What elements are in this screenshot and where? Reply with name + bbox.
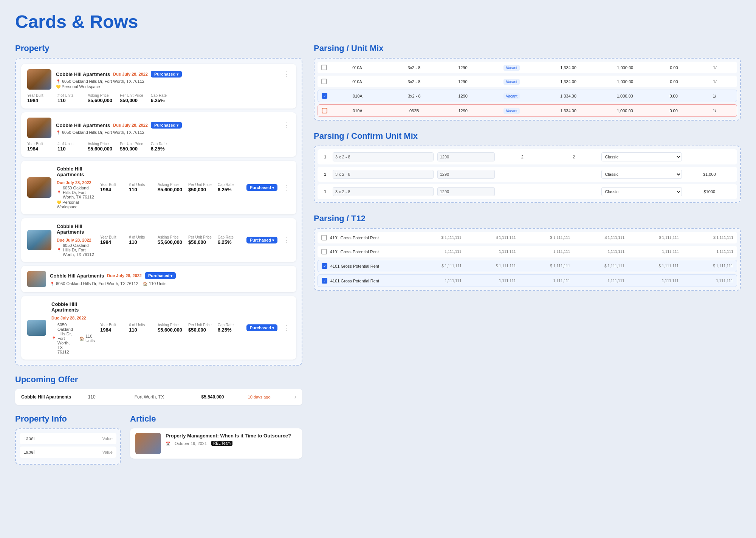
pin-icon-3 [57, 190, 61, 195]
conf-sqft-input-2[interactable] [437, 170, 495, 179]
address-1: 6050 Oakland Hills Dr, Fort Worth, TX 76… [62, 79, 144, 84]
purchased-button-6[interactable]: Purchased [246, 324, 277, 331]
offer-arrow-icon[interactable]: › [294, 394, 296, 400]
t12-val5-1: $ 1,111,111 [627, 236, 679, 240]
stat-units-4: # of Units 110 [129, 235, 152, 245]
t12-checkbox-1[interactable] [321, 235, 327, 240]
parsing-confirm-table: 1 2 2 Classic 1 C [314, 146, 741, 203]
conf-plan-select-3[interactable]: Classic [601, 187, 682, 196]
stat-cap-2: Cap Rate 6.25% [151, 142, 174, 152]
address-4: 6050 Oakland Hills Dr, Fort Worth, TX 76… [63, 243, 95, 257]
purchased-button-4[interactable]: Purchased [246, 237, 277, 243]
info-label-1: Label [23, 436, 34, 441]
stat-asking-4: Asking Price $5,600,000 [158, 235, 182, 245]
conf-type-input-1[interactable] [333, 152, 434, 161]
stat-year-2: Year Built 1984 [27, 142, 50, 152]
parse-row-2: 010A 3x2 - 8 1290 Vacant 1,334.00 1,000.… [318, 76, 737, 87]
t12-val1-3: $ 1,111,111 [410, 264, 462, 268]
t12-row-3: ✓ 4101 Gross Potential Rent $ 1,111,111 … [318, 260, 737, 272]
units-count-6: 110 Units [85, 334, 95, 343]
conf-type-input-2[interactable] [333, 170, 434, 179]
purchased-button-3[interactable]: Purchased [246, 184, 277, 191]
conf-num-1: 1 [321, 155, 329, 159]
article-section: Article Property Management: When Is it … [130, 414, 302, 465]
parse-val4-1: 1/ [696, 65, 733, 70]
conf-price-3: $1000 [686, 189, 733, 194]
pin-icon-1 [56, 79, 60, 84]
parse-val4-3: 1/ [696, 94, 733, 98]
stat-perunit-1: Per Unit Price $50,000 [120, 93, 143, 103]
parse-val1-2: 1,334.00 [542, 79, 595, 84]
more-options-4[interactable]: ⋮ [284, 236, 290, 244]
conf-plan-select-1[interactable]: Classic [601, 152, 682, 161]
prop-name-4: Cobble Hill Apartments [57, 223, 95, 235]
workspace-icon-1 [56, 84, 60, 89]
parse-val2-2: 1,000.00 [599, 79, 652, 84]
t12-checkbox-4[interactable]: ✓ [322, 278, 327, 284]
parse-unit-4: 010A [331, 109, 384, 113]
parsing-unit-mix-section: Parsing / Unit Mix 010A 3x2 - 8 1290 Vac… [314, 43, 741, 121]
t12-checkbox-2[interactable] [321, 249, 327, 254]
workspace-icon-3 [57, 200, 61, 205]
conf-plan-select-2[interactable]: Classic [601, 170, 682, 179]
t12-row-4: ✓ 4101 Gross Potential Rent 1,111,111 1,… [318, 274, 737, 287]
parsing-t12-title: Parsing / T12 [314, 214, 741, 223]
t12-val4-3: $ 1,111,111 [573, 264, 624, 268]
checkbox-3[interactable]: ✓ [322, 93, 327, 99]
more-options-1[interactable]: ⋮ [284, 70, 290, 78]
upcoming-offer-title: Upcoming Offer [15, 375, 302, 385]
checkbox-4[interactable] [322, 108, 327, 113]
prop-name-6: Cobble Hill Apartments [51, 301, 95, 313]
property-image-2 [27, 118, 51, 138]
property-card-5: Cobble Hill Apartments Due July 28, 2022… [21, 266, 296, 292]
card-title-area-6: Cobble Hill Apartments Due July 28, 2022… [51, 301, 95, 354]
purchased-button-1[interactable]: Purchased [151, 71, 182, 78]
more-options-6[interactable]: ⋮ [284, 324, 290, 332]
right-column: Parsing / Unit Mix 010A 3x2 - 8 1290 Vac… [314, 43, 741, 465]
t12-val4-2: 1,111,111 [573, 250, 624, 254]
conf-type-input-3[interactable] [333, 187, 434, 196]
conf-sqft-input-1[interactable] [437, 152, 495, 161]
t12-val3-1: $ 1,111,111 [519, 236, 570, 240]
confirm-row-1: 1 2 2 Classic [318, 149, 737, 164]
purchased-button-5[interactable]: Purchased [145, 272, 176, 279]
article-image [135, 433, 161, 454]
property-info-table: Label Value Label Value [15, 428, 121, 465]
parse-val3-4: 0.00 [655, 109, 692, 113]
checkbox-2[interactable] [321, 79, 327, 84]
t12-val5-3: $ 1,111,111 [627, 264, 679, 268]
conf-sqft-input-3[interactable] [437, 187, 495, 196]
t12-val2-3: $ 1,111,111 [465, 264, 516, 268]
t12-val4-1: $ 1,111,111 [573, 236, 624, 240]
more-options-2[interactable]: ⋮ [284, 121, 290, 129]
article-title: Property Management: When Is it Time to … [166, 433, 291, 439]
t12-val6-4: 1,111,111 [682, 279, 733, 283]
purchased-button-2[interactable]: Purchased [151, 122, 182, 129]
stat-asking-2: Asking Price $5,600,000 [88, 142, 112, 152]
parse-val2-4: 1,000.00 [598, 109, 651, 113]
t12-val5-4: 1,111,111 [627, 279, 679, 283]
parse-type-3: 3x2 - 8 [388, 94, 441, 98]
workspace-1: Personal Workspace [62, 84, 100, 89]
due-badge-5: Due July 28, 2022 [107, 273, 142, 278]
parse-val2-1: 1,000.00 [599, 65, 652, 70]
t12-label-4: 4101 Gross Potential Rent [330, 279, 407, 283]
pin-icon-5 [50, 281, 54, 286]
units-icon-6 [79, 336, 84, 341]
conf-price-2: $1,000 [686, 172, 733, 177]
parse-sqft-4: 1290 [445, 109, 482, 113]
property-section: Property Cobble Hill Apartments Due July… [15, 43, 302, 366]
prop-name-1: Cobble Hill Apartments [56, 71, 110, 77]
t12-val3-3: $ 1,111,111 [519, 264, 570, 268]
t12-checkbox-3[interactable]: ✓ [322, 263, 327, 269]
card-title-area-3: Cobble Hill Apartments Due July 28, 2022… [57, 166, 95, 209]
checkbox-1[interactable] [321, 65, 327, 70]
parse-sqft-1: 1290 [444, 65, 481, 70]
due-badge-4: Due July 28, 2022 [57, 238, 91, 242]
stat-cap-3: Cap Rate 6.25% [218, 183, 240, 192]
more-options-3[interactable]: ⋮ [284, 183, 290, 192]
parse-val1-4: 1,334.00 [542, 109, 595, 113]
stat-asking-6: Asking Price $5,600,000 [158, 323, 182, 333]
info-row-1: Label Value [20, 433, 116, 444]
t12-row-1: 4101 Gross Potential Rent $ 1,111,111 $ … [318, 232, 737, 243]
